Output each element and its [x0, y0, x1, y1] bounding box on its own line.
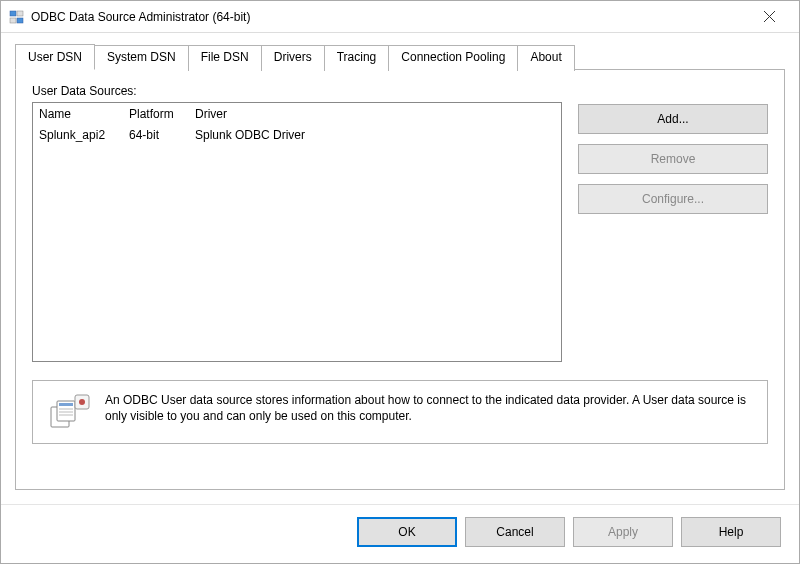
info-box: An ODBC User data source stores informat…	[32, 380, 768, 444]
data-sources-section: User Data Sources: Name Platform Driver …	[32, 84, 562, 362]
tab-strip: User DSN System DSN File DSN Drivers Tra…	[15, 43, 785, 69]
list-label: User Data Sources:	[32, 84, 562, 98]
cell-name: Splunk_api2	[39, 128, 129, 142]
configure-button[interactable]: Configure...	[578, 184, 768, 214]
odbc-admin-window: ODBC Data Source Administrator (64-bit) …	[0, 0, 800, 564]
list-item[interactable]: Splunk_api2 64-bit Splunk ODBC Driver	[39, 127, 555, 143]
close-icon	[764, 11, 775, 22]
window-title: ODBC Data Source Administrator (64-bit)	[31, 10, 747, 24]
svg-rect-1	[17, 11, 23, 16]
app-icon	[9, 9, 25, 25]
tab-panel-user-dsn: User Data Sources: Name Platform Driver …	[15, 69, 785, 490]
col-header-platform[interactable]: Platform	[129, 107, 195, 121]
info-text: An ODBC User data source stores informat…	[105, 393, 753, 424]
datasource-icon	[47, 393, 91, 431]
dialog-footer: OK Cancel Apply Help	[1, 504, 799, 563]
svg-rect-3	[17, 18, 23, 23]
titlebar: ODBC Data Source Administrator (64-bit)	[1, 1, 799, 33]
close-button[interactable]	[747, 2, 791, 32]
add-button[interactable]: Add...	[578, 104, 768, 134]
cell-platform: 64-bit	[129, 128, 195, 142]
svg-rect-2	[10, 18, 16, 23]
tab-user-dsn[interactable]: User DSN	[15, 44, 95, 70]
svg-point-13	[79, 399, 85, 405]
cell-driver: Splunk ODBC Driver	[195, 128, 555, 142]
help-button[interactable]: Help	[681, 517, 781, 547]
tab-connection-pooling[interactable]: Connection Pooling	[389, 45, 518, 71]
col-header-driver[interactable]: Driver	[195, 107, 555, 121]
remove-button[interactable]: Remove	[578, 144, 768, 174]
col-header-name[interactable]: Name	[39, 107, 129, 121]
tab-file-dsn[interactable]: File DSN	[189, 45, 262, 71]
data-sources-list[interactable]: Name Platform Driver Splunk_api2 64-bit …	[32, 102, 562, 362]
ok-button[interactable]: OK	[357, 517, 457, 547]
dialog-content: User DSN System DSN File DSN Drivers Tra…	[1, 33, 799, 504]
cancel-button[interactable]: Cancel	[465, 517, 565, 547]
list-body: Splunk_api2 64-bit Splunk ODBC Driver	[33, 125, 561, 145]
side-buttons: Add... Remove Configure...	[578, 104, 768, 362]
panel-row: User Data Sources: Name Platform Driver …	[32, 84, 768, 362]
tab-drivers[interactable]: Drivers	[262, 45, 325, 71]
svg-rect-0	[10, 11, 16, 16]
tab-about[interactable]: About	[518, 45, 574, 71]
svg-rect-8	[59, 403, 73, 406]
list-header: Name Platform Driver	[33, 103, 561, 125]
tab-system-dsn[interactable]: System DSN	[95, 45, 189, 71]
tab-tracing[interactable]: Tracing	[325, 45, 390, 71]
apply-button[interactable]: Apply	[573, 517, 673, 547]
